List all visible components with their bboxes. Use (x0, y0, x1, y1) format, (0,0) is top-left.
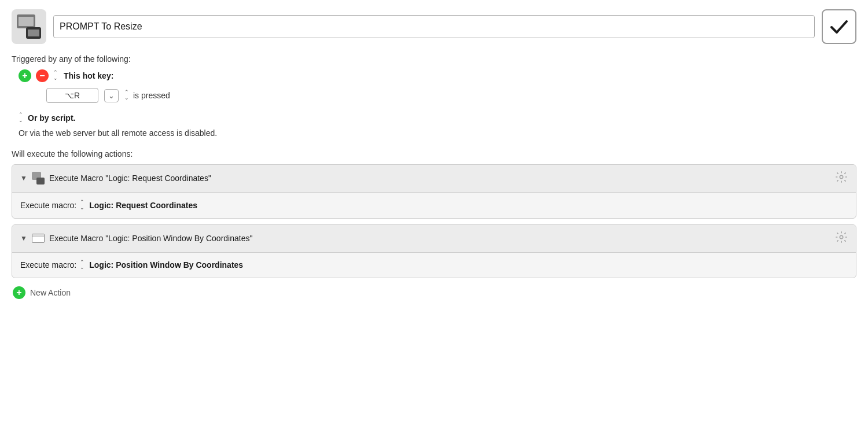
new-action-row: + New Action (13, 286, 856, 299)
action-macro-name-2[interactable]: Logic: Position Window By Coordinates (89, 260, 243, 270)
svg-point-1 (840, 235, 843, 239)
macro-icon (12, 9, 46, 44)
action-body-1: Execute macro: ⌃ ⌄ Logic: Request Coordi… (12, 193, 856, 218)
collapse-arrow-2[interactable]: ▼ (20, 234, 27, 242)
or-by-script-row: ⌃ ⌄ Or by script. (19, 112, 856, 124)
action-spinner-1[interactable]: ⌃ ⌄ (80, 200, 84, 211)
confirm-button[interactable] (822, 9, 856, 44)
or-by-script-label: Or by script. (28, 113, 75, 123)
is-pressed-spinner[interactable]: ⌃ ⌄ (124, 90, 129, 101)
action-block-2: ▼ Execute Macro "Logic: Position Window … (12, 224, 856, 279)
gear-icon-1[interactable] (835, 171, 848, 186)
macro-title-input[interactable] (53, 15, 815, 38)
action-icon-1 (32, 172, 45, 185)
action-title-1: Execute Macro "Logic: Request Coordinate… (49, 174, 835, 183)
hotkey-spinner[interactable]: ⌃ ⌄ (53, 70, 58, 82)
action-header-2: ▼ Execute Macro "Logic: Position Window … (12, 225, 856, 253)
is-pressed-label: is pressed (133, 91, 170, 100)
new-action-label: New Action (30, 288, 71, 297)
hotkey-box[interactable]: ⌥R (46, 88, 98, 103)
collapse-arrow-1[interactable]: ▼ (20, 174, 27, 182)
action-spinner-2[interactable]: ⌃ ⌄ (80, 260, 84, 271)
remove-trigger-button[interactable]: − (36, 69, 49, 82)
web-server-text: Or via the web server but all remote acc… (19, 128, 856, 138)
triggered-label: Triggered by any of the following: (12, 54, 856, 64)
is-pressed-control: ⌃ ⌄ is pressed (124, 90, 170, 101)
action-macro-name-1[interactable]: Logic: Request Coordinates (89, 201, 197, 210)
gear-icon-2[interactable] (835, 231, 848, 246)
action-body-2: Execute macro: ⌃ ⌄ Logic: Position Windo… (12, 253, 856, 278)
trigger-row: + − ⌃ ⌄ This hot key: (19, 69, 856, 82)
action-block-1: ▼ Execute Macro "Logic: Request Coordina… (12, 164, 856, 219)
action-body-prefix-1: Execute macro: (20, 201, 76, 210)
action-icon-2 (32, 234, 45, 243)
add-trigger-button[interactable]: + (19, 69, 31, 82)
hotkey-section-label: This hot key: (64, 71, 113, 80)
script-spinner[interactable]: ⌃ ⌄ (19, 112, 23, 124)
header-row (12, 9, 856, 44)
new-action-button[interactable]: + (13, 286, 25, 299)
svg-point-0 (840, 175, 843, 179)
action-body-prefix-2: Execute macro: (20, 260, 76, 270)
hotkey-dropdown[interactable]: ⌄ (104, 89, 119, 102)
will-execute-label: Will execute the following actions: (12, 149, 856, 158)
action-header-1: ▼ Execute Macro "Logic: Request Coordina… (12, 165, 856, 193)
hotkey-row: ⌥R ⌄ ⌃ ⌄ is pressed (46, 88, 856, 103)
action-title-2: Execute Macro "Logic: Position Window By… (49, 234, 835, 243)
